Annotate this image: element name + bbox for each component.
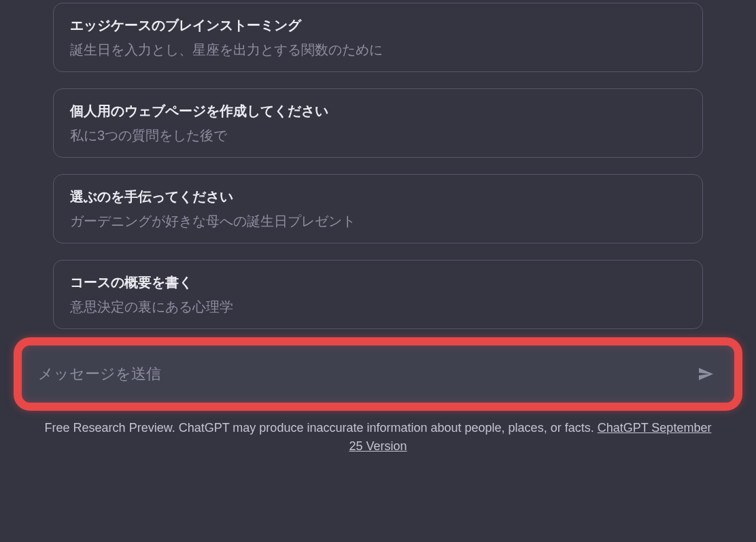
suggestion-title: コースの概要を書く bbox=[70, 273, 686, 292]
suggestion-subtitle: ガーデニングが好きな母への誕生日プレゼント bbox=[70, 211, 686, 231]
send-button[interactable] bbox=[693, 362, 718, 386]
suggestion-card-0[interactable]: エッジケースのブレインストーミング 誕生日を入力とし、星座を出力とする関数のため… bbox=[53, 3, 703, 72]
suggestion-subtitle: 意思決定の裏にある心理学 bbox=[70, 297, 686, 316]
suggestion-title: 選ぶのを手伝ってください bbox=[70, 187, 686, 206]
suggestion-title: 個人用のウェブページを作成してください bbox=[70, 101, 686, 120]
suggestion-subtitle: 私に3つの質問をした後で bbox=[70, 126, 686, 145]
message-input-box[interactable] bbox=[20, 345, 736, 403]
suggestion-card-3[interactable]: コースの概要を書く 意思決定の裏にある心理学 bbox=[53, 260, 703, 329]
suggestion-card-2[interactable]: 選ぶのを手伝ってください ガーデニングが好きな母への誕生日プレゼント bbox=[53, 174, 703, 243]
send-icon bbox=[698, 366, 714, 382]
suggestion-subtitle: 誕生日を入力とし、星座を出力とする関数のために bbox=[70, 40, 686, 59]
footer-text: Free Research Preview. ChatGPT may produ… bbox=[45, 421, 598, 435]
footer-disclaimer: Free Research Preview. ChatGPT may produ… bbox=[0, 419, 756, 456]
suggestion-title: エッジケースのブレインストーミング bbox=[70, 16, 686, 35]
suggestion-card-1[interactable]: 個人用のウェブページを作成してください 私に3つの質問をした後で bbox=[53, 88, 703, 158]
message-input-wrapper bbox=[20, 345, 736, 403]
message-input[interactable] bbox=[38, 365, 693, 383]
